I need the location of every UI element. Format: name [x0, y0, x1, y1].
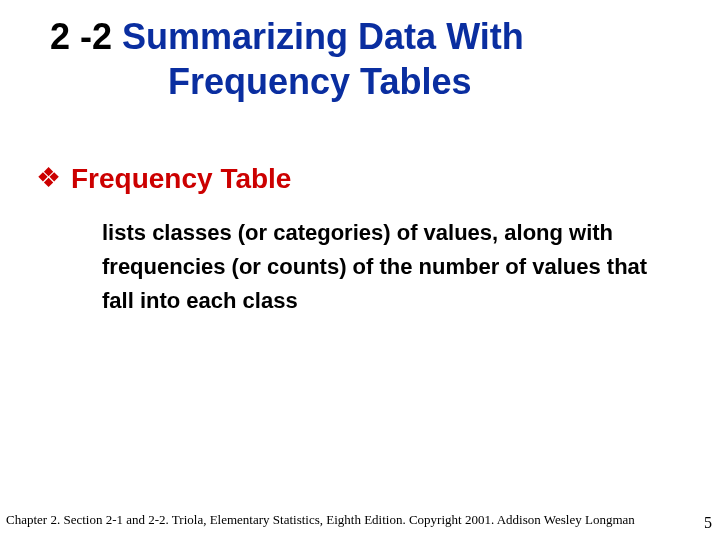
- footer-citation: Chapter 2. Section 2-1 and 2-2. Triola, …: [6, 512, 635, 528]
- title-section-number: 2 -2: [50, 16, 112, 57]
- slide: 2 -2 Summarizing Data With Frequency Tab…: [0, 0, 720, 540]
- title-section-name-line1: Summarizing Data With: [122, 16, 524, 57]
- bullet-row: ❖ Frequency Table: [36, 162, 676, 196]
- page-number: 5: [704, 514, 712, 532]
- slide-title: 2 -2 Summarizing Data With Frequency Tab…: [50, 14, 670, 104]
- title-section-name-line2: Frequency Tables: [50, 59, 670, 104]
- bullet-heading: Frequency Table: [71, 162, 291, 196]
- diamond-bullet-icon: ❖: [36, 164, 61, 192]
- body-text: lists classes (or categories) of values,…: [102, 216, 662, 318]
